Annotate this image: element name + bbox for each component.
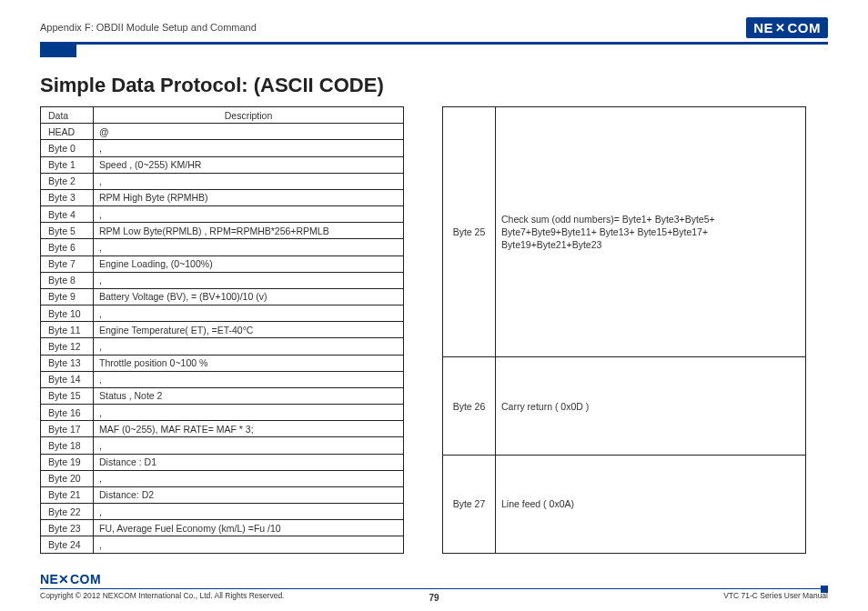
cell-data: Byte 23 — [41, 520, 94, 536]
cell-description: RPM High Byte (RPMHB) — [94, 189, 404, 205]
table-row: Byte 11Engine Temperature( ET), =ET-40°C — [41, 322, 404, 338]
cell-description: Carry return ( 0x0D ) — [496, 357, 806, 456]
brand-logo: NE✕COM — [746, 17, 828, 38]
table-row: Byte 4, — [41, 206, 404, 223]
th-description: Description — [94, 107, 404, 124]
table-row: Byte 12, — [41, 338, 404, 355]
table-row: HEAD@ — [41, 124, 404, 140]
cell-description: Status , Note 2 — [94, 387, 404, 404]
cell-data: Byte 12 — [41, 338, 94, 355]
th-data: Data — [41, 107, 94, 124]
cell-description: , — [94, 272, 404, 288]
table-row: Byte 3RPM High Byte (RPMHB) — [41, 189, 404, 205]
cell-data: Byte 18 — [41, 437, 94, 454]
cell-description: , — [94, 306, 404, 322]
table-row: Byte 21Distance: D2 — [41, 486, 404, 503]
table-row: Byte 23FU, Average Fuel Economy (km/L) =… — [41, 520, 404, 536]
cell-description: , — [94, 504, 404, 520]
table-row: Byte 16, — [41, 405, 404, 421]
cell-description: Battery Voltage (BV), = (BV+100)/10 (v) — [94, 288, 404, 305]
cell-data: Byte 14 — [41, 371, 94, 387]
cell-data: Byte 15 — [41, 387, 94, 404]
page-title: Simple Data Protocol: (ASCII CODE) — [40, 74, 828, 97]
protocol-table-right: Byte 25Check sum (odd numbers)= Byte1+ B… — [442, 106, 806, 554]
cell-description: @ — [94, 124, 404, 140]
table-row: Byte 9Battery Voltage (BV), = (BV+100)/1… — [41, 288, 404, 305]
footer-logo: NE✕COM — [40, 572, 101, 586]
cell-data: Byte 26 — [443, 357, 496, 456]
cell-description: Engine Temperature( ET), =ET-40°C — [94, 322, 404, 338]
cell-data: Byte 6 — [41, 239, 94, 255]
table-row: Byte 15Status , Note 2 — [41, 387, 404, 404]
table-row: Byte 5RPM Low Byte(RPMLB) , RPM=RPMHB*25… — [41, 223, 404, 239]
cell-description: , — [94, 338, 404, 355]
cell-description: , — [94, 206, 404, 223]
cell-description: MAF (0~255), MAF RATE= MAF * 3; — [94, 421, 404, 437]
cell-description: Speed , (0~255) KM/HR — [94, 156, 404, 173]
cell-data: Byte 3 — [41, 189, 94, 205]
cell-data: Byte 27 — [443, 456, 496, 554]
cell-data: Byte 13 — [41, 355, 94, 371]
cell-data: Byte 9 — [41, 288, 94, 305]
cell-data: Byte 1 — [41, 156, 94, 173]
cell-data: Byte 19 — [41, 454, 94, 470]
table-row: Byte 24, — [41, 536, 404, 553]
cell-data: Byte 7 — [41, 255, 94, 272]
table-row: Byte 14, — [41, 371, 404, 387]
cell-data: Byte 22 — [41, 504, 94, 520]
cell-description: Distance: D2 — [94, 486, 404, 503]
copyright-text: Copyright © 2012 NEXCOM International Co… — [40, 591, 284, 600]
cell-data: Byte 16 — [41, 405, 94, 421]
table-row: Byte 1Speed , (0~255) KM/HR — [41, 156, 404, 173]
cell-data: Byte 24 — [41, 536, 94, 553]
table-row: Byte 20, — [41, 470, 404, 486]
cell-description: Engine Loading, (0~100%) — [94, 255, 404, 272]
table-row: Byte 8, — [41, 272, 404, 288]
table-row: Byte 2, — [41, 173, 404, 189]
cell-data: Byte 17 — [41, 421, 94, 437]
table-row: Byte 0, — [41, 140, 404, 156]
cell-data: Byte 4 — [41, 206, 94, 223]
cell-data: Byte 5 — [41, 223, 94, 239]
table-row: Byte 7Engine Loading, (0~100%) — [41, 255, 404, 272]
cell-data: Byte 11 — [41, 322, 94, 338]
cell-data: HEAD — [41, 124, 94, 140]
table-row: Byte 17MAF (0~255), MAF RATE= MAF * 3; — [41, 421, 404, 437]
cell-data: Byte 10 — [41, 306, 94, 322]
cell-data: Byte 2 — [41, 173, 94, 189]
table-row: Byte 25Check sum (odd numbers)= Byte1+ B… — [443, 107, 806, 357]
table-row: Byte 13Throttle position 0~100 % — [41, 355, 404, 371]
table-row: Byte 10, — [41, 306, 404, 322]
table-row: Byte 27Line feed ( 0x0A) — [443, 456, 806, 554]
table-row: Byte 19Distance : D1 — [41, 454, 404, 470]
manual-name: VTC 71-C Series User Manual — [723, 591, 828, 600]
cell-description: RPM Low Byte(RPMLB) , RPM=RPMHB*256+RPML… — [94, 223, 404, 239]
page-number: 79 — [429, 593, 439, 603]
cell-data: Byte 8 — [41, 272, 94, 288]
cell-data: Byte 0 — [41, 140, 94, 156]
cell-description: Distance : D1 — [94, 454, 404, 470]
cell-description: , — [94, 470, 404, 486]
cell-description: , — [94, 371, 404, 387]
cell-data: Byte 21 — [41, 486, 94, 503]
table-row: Byte 6, — [41, 239, 404, 255]
table-row: Byte 26Carry return ( 0x0D ) — [443, 357, 806, 456]
cell-description: Throttle position 0~100 % — [94, 355, 404, 371]
table-row: Byte 22, — [41, 504, 404, 520]
protocol-table-left: Data Description HEAD@Byte 0,Byte 1Speed… — [40, 106, 404, 554]
logo-x-icon: ✕ — [58, 572, 70, 586]
cell-description: , — [94, 437, 404, 454]
cell-description: Check sum (odd numbers)= Byte1+ Byte3+By… — [496, 107, 806, 357]
cell-data: Byte 20 — [41, 470, 94, 486]
cell-description: , — [94, 173, 404, 189]
footer-rule — [40, 588, 828, 590]
logo-x-icon: ✕ — [775, 21, 786, 35]
cell-description: , — [94, 140, 404, 156]
header-tab-block — [40, 45, 76, 57]
cell-description: FU, Average Fuel Economy (km/L) =Fu /10 — [94, 520, 404, 536]
cell-description: , — [94, 239, 404, 255]
appendix-title: Appendix F: OBDII Module Setup and Comma… — [40, 22, 257, 33]
cell-description: Line feed ( 0x0A) — [496, 456, 806, 554]
cell-description: , — [94, 536, 404, 553]
table-row: Byte 18, — [41, 437, 404, 454]
